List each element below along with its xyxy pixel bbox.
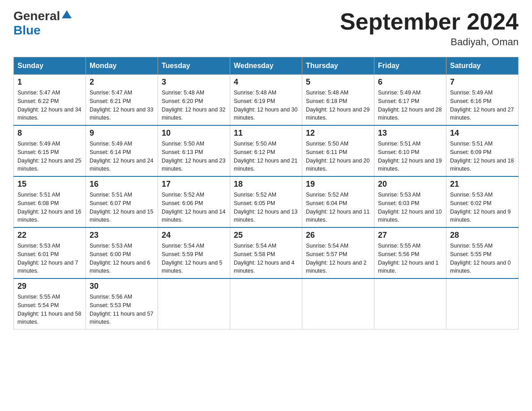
day-info: Sunrise: 5:54 AM Sunset: 5:59 PM Dayligh…	[162, 242, 226, 275]
day-info: Sunrise: 5:53 AM Sunset: 6:00 PM Dayligh…	[90, 242, 154, 275]
calendar-cell: 7 Sunrise: 5:49 AM Sunset: 6:16 PM Dayli…	[446, 75, 519, 126]
calendar-cell	[302, 278, 374, 330]
calendar-header-row: SundayMondayTuesdayWednesdayThursdayFrid…	[14, 57, 519, 75]
title-block: September 2024 Badiyah, Oman	[340, 9, 519, 48]
header-saturday: Saturday	[446, 57, 519, 75]
day-info: Sunrise: 5:49 AM Sunset: 6:14 PM Dayligh…	[90, 140, 154, 173]
calendar-cell: 3 Sunrise: 5:48 AM Sunset: 6:20 PM Dayli…	[158, 75, 230, 126]
day-info: Sunrise: 5:51 AM Sunset: 6:07 PM Dayligh…	[90, 191, 154, 224]
day-number: 10	[162, 128, 226, 138]
calendar-cell: 21 Sunrise: 5:53 AM Sunset: 6:02 PM Dayl…	[446, 176, 519, 227]
calendar-cell: 15 Sunrise: 5:51 AM Sunset: 6:08 PM Dayl…	[14, 176, 86, 227]
day-number: 27	[378, 231, 442, 240]
calendar-cell: 6 Sunrise: 5:49 AM Sunset: 6:17 PM Dayli…	[374, 75, 446, 126]
calendar-cell: 25 Sunrise: 5:54 AM Sunset: 5:58 PM Dayl…	[230, 227, 302, 278]
day-info: Sunrise: 5:54 AM Sunset: 5:57 PM Dayligh…	[306, 242, 370, 275]
logo-triangle-icon	[62, 10, 72, 18]
day-number: 16	[90, 180, 154, 189]
calendar-cell: 8 Sunrise: 5:49 AM Sunset: 6:15 PM Dayli…	[14, 125, 86, 176]
calendar-cell: 16 Sunrise: 5:51 AM Sunset: 6:07 PM Dayl…	[86, 176, 158, 227]
day-number: 11	[234, 128, 298, 138]
day-info: Sunrise: 5:52 AM Sunset: 6:04 PM Dayligh…	[306, 191, 370, 224]
calendar-cell: 19 Sunrise: 5:52 AM Sunset: 6:04 PM Dayl…	[302, 176, 374, 227]
day-info: Sunrise: 5:49 AM Sunset: 6:17 PM Dayligh…	[378, 89, 442, 122]
day-info: Sunrise: 5:52 AM Sunset: 6:05 PM Dayligh…	[234, 191, 298, 224]
day-info: Sunrise: 5:51 AM Sunset: 6:10 PM Dayligh…	[378, 140, 442, 173]
day-number: 9	[90, 128, 154, 138]
calendar-subtitle: Badiyah, Oman	[340, 36, 519, 48]
svg-marker-0	[62, 10, 72, 18]
calendar-cell: 28 Sunrise: 5:55 AM Sunset: 5:55 PM Dayl…	[446, 227, 519, 278]
day-number: 26	[306, 231, 370, 240]
logo: General Blue	[13, 9, 72, 38]
calendar-cell: 30 Sunrise: 5:56 AM Sunset: 5:53 PM Dayl…	[86, 278, 158, 330]
calendar-week-row: 1 Sunrise: 5:47 AM Sunset: 6:22 PM Dayli…	[14, 75, 519, 126]
day-number: 24	[162, 231, 226, 240]
day-info: Sunrise: 5:51 AM Sunset: 6:08 PM Dayligh…	[17, 191, 82, 224]
day-number: 12	[306, 128, 370, 138]
header-friday: Friday	[374, 57, 446, 75]
calendar-cell: 1 Sunrise: 5:47 AM Sunset: 6:22 PM Dayli…	[14, 75, 86, 126]
day-number: 23	[90, 231, 154, 240]
day-number: 17	[162, 180, 226, 189]
day-info: Sunrise: 5:50 AM Sunset: 6:12 PM Dayligh…	[234, 140, 298, 173]
day-info: Sunrise: 5:47 AM Sunset: 6:22 PM Dayligh…	[17, 89, 82, 122]
day-info: Sunrise: 5:49 AM Sunset: 6:15 PM Dayligh…	[17, 140, 82, 173]
day-number: 13	[378, 128, 442, 138]
calendar-cell: 2 Sunrise: 5:47 AM Sunset: 6:21 PM Dayli…	[86, 75, 158, 126]
day-info: Sunrise: 5:53 AM Sunset: 6:03 PM Dayligh…	[378, 191, 442, 224]
calendar-cell	[230, 278, 302, 330]
day-number: 19	[306, 180, 370, 189]
calendar-cell: 18 Sunrise: 5:52 AM Sunset: 6:05 PM Dayl…	[230, 176, 302, 227]
calendar-cell: 26 Sunrise: 5:54 AM Sunset: 5:57 PM Dayl…	[302, 227, 374, 278]
calendar-cell: 23 Sunrise: 5:53 AM Sunset: 6:00 PM Dayl…	[86, 227, 158, 278]
day-number: 7	[450, 77, 515, 87]
day-info: Sunrise: 5:54 AM Sunset: 5:58 PM Dayligh…	[234, 242, 298, 275]
day-info: Sunrise: 5:55 AM Sunset: 5:56 PM Dayligh…	[378, 242, 442, 275]
day-number: 22	[17, 231, 82, 240]
calendar-cell: 22 Sunrise: 5:53 AM Sunset: 6:01 PM Dayl…	[14, 227, 86, 278]
calendar-cell: 24 Sunrise: 5:54 AM Sunset: 5:59 PM Dayl…	[158, 227, 230, 278]
calendar-cell: 4 Sunrise: 5:48 AM Sunset: 6:19 PM Dayli…	[230, 75, 302, 126]
calendar-cell: 9 Sunrise: 5:49 AM Sunset: 6:14 PM Dayli…	[86, 125, 158, 176]
day-number: 25	[234, 231, 298, 240]
day-number: 1	[17, 77, 82, 87]
page-header: General Blue September 2024 Badiyah, Oma…	[13, 9, 519, 48]
day-info: Sunrise: 5:50 AM Sunset: 6:13 PM Dayligh…	[162, 140, 226, 173]
calendar-cell: 14 Sunrise: 5:51 AM Sunset: 6:09 PM Dayl…	[446, 125, 519, 176]
calendar-title: September 2024	[340, 9, 519, 34]
calendar-cell	[446, 278, 519, 330]
calendar-cell: 13 Sunrise: 5:51 AM Sunset: 6:10 PM Dayl…	[374, 125, 446, 176]
calendar-cell: 29 Sunrise: 5:55 AM Sunset: 5:54 PM Dayl…	[14, 278, 86, 330]
day-info: Sunrise: 5:53 AM Sunset: 6:01 PM Dayligh…	[17, 242, 82, 275]
calendar-cell: 12 Sunrise: 5:50 AM Sunset: 6:11 PM Dayl…	[302, 125, 374, 176]
header-sunday: Sunday	[14, 57, 86, 75]
day-number: 3	[162, 77, 226, 87]
day-number: 21	[450, 180, 515, 189]
day-number: 5	[306, 77, 370, 87]
day-info: Sunrise: 5:52 AM Sunset: 6:06 PM Dayligh…	[162, 191, 226, 224]
calendar-week-row: 15 Sunrise: 5:51 AM Sunset: 6:08 PM Dayl…	[14, 176, 519, 227]
header-monday: Monday	[86, 57, 158, 75]
day-number: 14	[450, 128, 515, 138]
calendar-cell	[158, 278, 230, 330]
calendar-week-row: 29 Sunrise: 5:55 AM Sunset: 5:54 PM Dayl…	[14, 278, 519, 330]
day-number: 8	[17, 128, 82, 138]
day-info: Sunrise: 5:53 AM Sunset: 6:02 PM Dayligh…	[450, 191, 515, 224]
calendar-cell: 27 Sunrise: 5:55 AM Sunset: 5:56 PM Dayl…	[374, 227, 446, 278]
calendar-table: SundayMondayTuesdayWednesdayThursdayFrid…	[13, 57, 519, 330]
header-tuesday: Tuesday	[158, 57, 230, 75]
calendar-week-row: 22 Sunrise: 5:53 AM Sunset: 6:01 PM Dayl…	[14, 227, 519, 278]
day-number: 20	[378, 180, 442, 189]
day-number: 29	[17, 282, 82, 291]
calendar-cell: 10 Sunrise: 5:50 AM Sunset: 6:13 PM Dayl…	[158, 125, 230, 176]
calendar-cell: 20 Sunrise: 5:53 AM Sunset: 6:03 PM Dayl…	[374, 176, 446, 227]
day-info: Sunrise: 5:51 AM Sunset: 6:09 PM Dayligh…	[450, 140, 515, 173]
calendar-week-row: 8 Sunrise: 5:49 AM Sunset: 6:15 PM Dayli…	[14, 125, 519, 176]
day-info: Sunrise: 5:49 AM Sunset: 6:16 PM Dayligh…	[450, 89, 515, 122]
day-number: 4	[234, 77, 298, 87]
logo-general: General	[13, 9, 60, 23]
logo-blue: Blue	[13, 23, 41, 37]
calendar-cell: 17 Sunrise: 5:52 AM Sunset: 6:06 PM Dayl…	[158, 176, 230, 227]
day-info: Sunrise: 5:55 AM Sunset: 5:55 PM Dayligh…	[450, 242, 515, 275]
